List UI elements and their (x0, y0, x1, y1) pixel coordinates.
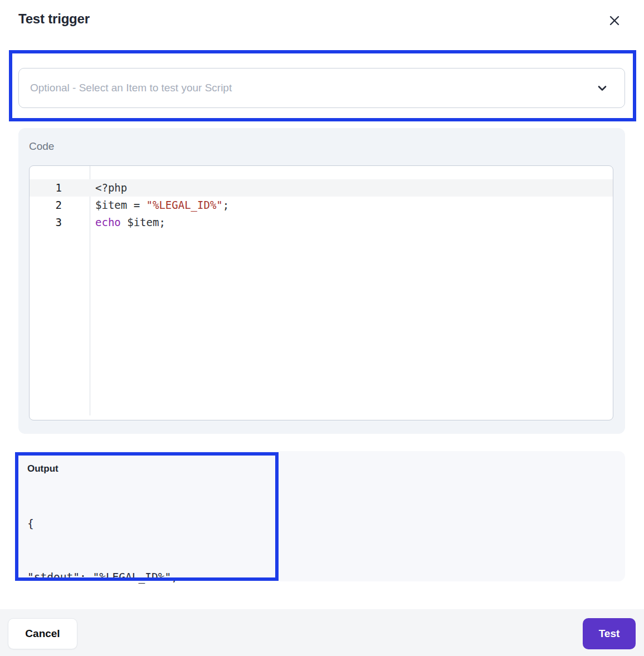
code-lines: 1 <?php 2 $item = "%LEGAL_ID%"; 3 echo $… (30, 179, 613, 231)
code-text: echo $item; (90, 214, 165, 231)
cancel-button[interactable]: Cancel (8, 618, 77, 649)
code-text: <?php (90, 179, 127, 197)
test-trigger-modal: Test trigger Optional - Select an Item t… (0, 0, 644, 656)
code-label: Code (29, 140, 54, 153)
code-editor[interactable]: 1 <?php 2 $item = "%LEGAL_ID%"; 3 echo $… (29, 165, 613, 420)
modal-footer: Cancel Test (0, 609, 644, 656)
line-number: 1 (30, 179, 90, 197)
output-line: "stdout": "%LEGAL_ID%", (27, 569, 279, 586)
item-select-dropdown[interactable]: Optional - Select an Item to test your S… (18, 68, 625, 108)
close-button[interactable] (606, 12, 623, 29)
code-line-3: 3 echo $item; (30, 214, 613, 231)
output-label: Output (27, 463, 279, 474)
code-token: $item = (95, 199, 147, 211)
code-token-string: "%LEGAL_ID%" (147, 199, 223, 211)
code-line-1: 1 <?php (30, 179, 613, 197)
code-token: <?php (95, 182, 127, 194)
modal-title: Test trigger (18, 11, 90, 27)
select-placeholder: Optional - Select an Item to test your S… (30, 82, 596, 94)
chevron-down-icon (596, 81, 609, 95)
close-icon (608, 14, 621, 27)
output-content: Output { "stdout": "%LEGAL_ID%", "stderr… (15, 452, 279, 581)
code-line-2: 2 $item = "%LEGAL_ID%"; (30, 197, 613, 214)
test-button[interactable]: Test (583, 618, 636, 649)
code-token: ; (223, 199, 229, 211)
line-number: 2 (30, 197, 90, 214)
code-section: Code 1 <?php 2 $item = "%LEGAL_ID%"; 3 e… (18, 128, 625, 434)
code-text: $item = "%LEGAL_ID%"; (90, 197, 229, 214)
code-token: $item; (121, 216, 165, 228)
output-line: { (27, 515, 279, 533)
line-number: 3 (30, 214, 90, 231)
code-token-keyword: echo (95, 216, 121, 228)
